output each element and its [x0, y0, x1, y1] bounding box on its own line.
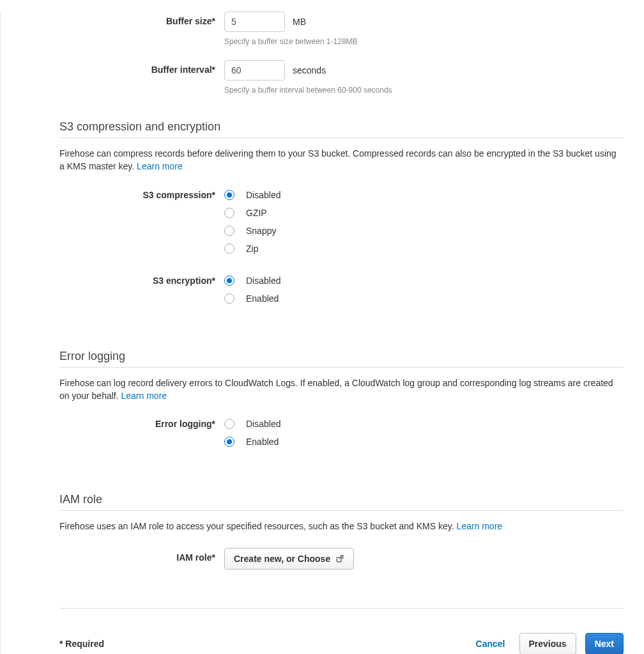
section-divider [59, 510, 624, 511]
iam-role-label: IAM role* [59, 548, 224, 563]
error-logging-radio-enabled[interactable] [224, 437, 234, 447]
error-logging-option-label: Disabled [246, 419, 280, 429]
previous-button[interactable]: Previous [519, 633, 576, 654]
section-divider [59, 137, 624, 138]
buffer-interval-input[interactable] [224, 60, 285, 81]
error-logging-option-label: Enabled [246, 437, 279, 447]
buffer-interval-unit: seconds [293, 65, 326, 75]
iam-section-title: IAM role [59, 493, 624, 506]
external-link-icon [335, 554, 344, 563]
error-learn-more-link[interactable]: Learn more [121, 391, 167, 401]
compression-learn-more-link[interactable]: Learn more [137, 161, 183, 171]
buffer-interval-help: Specify a buffer interval between 60-900… [224, 86, 624, 95]
s3-compression-option-label: Disabled [246, 190, 280, 200]
iam-section-desc: Firehose uses an IAM role to access your… [59, 520, 624, 533]
s3-compression-option-label: Snappy [246, 226, 276, 236]
s3-compression-radio-snappy[interactable] [224, 226, 234, 236]
next-button[interactable]: Next [585, 633, 624, 654]
buffer-size-help: Specify a buffer size between 1-128MB [224, 37, 624, 46]
iam-learn-more-link[interactable]: Learn more [456, 521, 502, 531]
s3-encryption-radio-disabled[interactable] [224, 276, 234, 286]
buffer-size-input[interactable] [224, 12, 285, 32]
s3-compression-radio-gzip[interactable] [224, 208, 234, 218]
error-section-desc: Firehose can log record delivery errors … [59, 377, 624, 403]
s3-compression-radio-zip[interactable] [224, 244, 234, 254]
compression-section-desc: Firehose can compress records before del… [59, 147, 624, 173]
iam-role-create-choose-button[interactable]: Create new, or Choose [224, 548, 354, 570]
s3-compression-option-label: GZIP [246, 208, 267, 218]
required-note: * Required [59, 639, 104, 649]
section-divider [59, 367, 624, 368]
s3-compression-label: S3 compression* [59, 189, 224, 200]
s3-encryption-label: S3 encryption* [59, 274, 224, 286]
s3-encryption-option-label: Enabled [246, 293, 279, 304]
error-logging-label: Error logging* [59, 417, 224, 429]
buffer-interval-label: Buffer interval* [59, 60, 224, 75]
s3-encryption-radio-enabled[interactable] [224, 293, 234, 304]
s3-compression-radio-disabled[interactable] [224, 190, 234, 200]
buffer-size-label: Buffer size* [59, 12, 224, 26]
buffer-size-unit: MB [293, 17, 306, 27]
error-section-title: Error logging [59, 350, 624, 363]
footer-divider [59, 608, 624, 609]
s3-encryption-option-label: Disabled [246, 276, 280, 286]
cancel-button[interactable]: Cancel [471, 639, 510, 649]
compression-section-title: S3 compression and encryption [59, 120, 624, 134]
s3-compression-option-label: Zip [246, 244, 258, 254]
error-logging-radio-disabled[interactable] [224, 419, 234, 429]
